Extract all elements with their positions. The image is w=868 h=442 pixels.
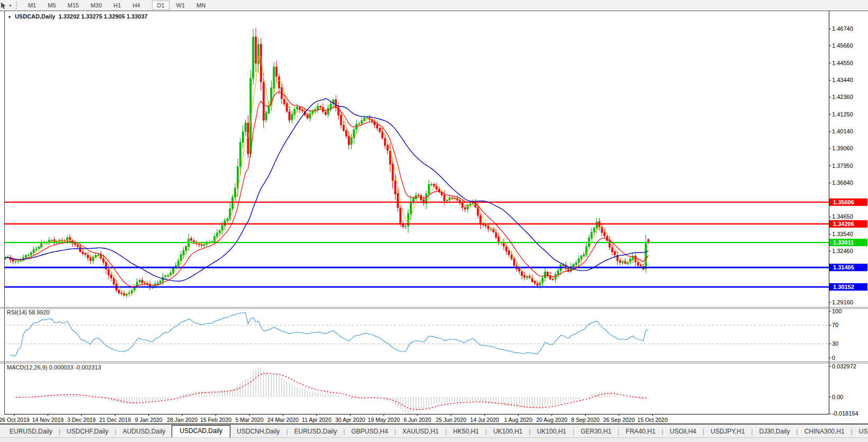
candle-body	[191, 239, 192, 240]
candle-body	[90, 258, 91, 260]
symbol-tab-fra40-h1[interactable]: FRA40,H1	[620, 426, 662, 437]
candle-body	[397, 194, 399, 208]
level-price-tag-label: 1.30152	[833, 284, 854, 290]
symbol-tab-usoil-h4[interactable]: USOil,H4	[664, 426, 703, 437]
price-tick-label: 1.44550	[832, 60, 853, 66]
price-chart-canvas[interactable]: 1.467401.456601.445501.434401.423601.412…	[0, 11, 868, 423]
timeframe-button-m30[interactable]: M30	[86, 1, 106, 10]
candle-body	[15, 261, 16, 262]
candle-body	[343, 125, 344, 131]
symbol-tab-eurusd-daily[interactable]: EURUSD,Daily	[3, 426, 59, 437]
timeframe-button-m15[interactable]: M15	[63, 1, 84, 10]
symbol-tab-audusd-daily[interactable]: AUDUSD,Daily	[117, 426, 172, 437]
candle-body	[157, 283, 158, 284]
timeframe-button-m1[interactable]: M1	[23, 1, 41, 10]
symbol-tab-xauusd-h1[interactable]: XAUUSD,H1	[396, 426, 445, 437]
timeframe-button-d1[interactable]: D1	[152, 1, 169, 10]
candle-body	[640, 265, 641, 266]
candle-body	[159, 281, 161, 283]
candle-body	[165, 276, 166, 277]
symbol-tab-hk50-h1[interactable]: HK50,H1	[447, 426, 486, 437]
candle-body	[583, 255, 585, 256]
candle-body	[330, 104, 332, 108]
candle-body	[319, 106, 321, 107]
candle-body	[185, 246, 187, 250]
candle-body	[66, 238, 68, 241]
date-tick-label: 21 Dec 2019	[100, 417, 131, 423]
candle-body	[363, 118, 365, 121]
price-tick-label: 1.46740	[832, 25, 853, 32]
candle-body	[224, 221, 226, 225]
candle-body	[575, 263, 577, 264]
date-tick-label: 20 Aug 2020	[536, 417, 567, 423]
symbol-tab-gbpusd-h4[interactable]: GBPUSD,H4	[345, 426, 394, 437]
timeframe-button-h1[interactable]: H1	[109, 1, 126, 10]
candle-body	[239, 142, 241, 167]
timeframe-button-w1[interactable]: W1	[172, 1, 190, 10]
candle-body	[278, 77, 280, 88]
timeframe-button-m5[interactable]: M5	[43, 1, 60, 10]
timeframe-button-h4[interactable]: H4	[128, 1, 145, 10]
symbol-tab-uk100-h1[interactable]: UK100,H1	[531, 426, 572, 437]
symbol-tab-uk100-h1[interactable]: UK100,H1	[487, 426, 529, 437]
candle-body	[97, 255, 99, 255]
candle-body	[400, 208, 401, 224]
crosshair-tool-icon[interactable]	[0, 2, 7, 9]
date-tick-label: 14 Nov 2019	[32, 417, 64, 423]
symbol-tab-dj30-daily[interactable]: DJ30,Daily	[753, 426, 796, 437]
candle-body	[361, 121, 362, 124]
candle-body	[645, 243, 647, 269]
candle-body	[348, 136, 350, 145]
candle-body	[526, 276, 528, 277]
symbol-tab-usdchf-daily[interactable]: USDCHF,Daily	[60, 426, 115, 437]
date-tick-label: 26 Oct 2019	[0, 417, 30, 423]
price-tick-label: 1.42360	[832, 94, 853, 100]
candle-body	[356, 124, 357, 129]
candle-body	[297, 107, 298, 109]
candle-body	[622, 261, 623, 263]
candle-body	[511, 255, 512, 259]
candle-body	[242, 132, 244, 142]
rsi-tick-label: 70	[832, 322, 838, 328]
slow-ma-line	[5, 98, 648, 281]
candle-body	[289, 112, 290, 120]
chevron-down-icon[interactable]: ▼	[8, 4, 12, 7]
candle-body	[544, 272, 546, 278]
symbol-tab-china300-h1[interactable]: CHINA300,H1	[798, 426, 851, 437]
candle-body	[253, 37, 254, 78]
date-tick-label: 6 Jun 2020	[404, 417, 431, 423]
candle-body	[604, 232, 605, 236]
candle-body	[103, 258, 104, 262]
candle-body	[552, 279, 553, 280]
candle-body	[498, 237, 499, 242]
candle-body	[180, 255, 182, 260]
symbol-tab-eurusd-daily[interactable]: EURUSD,Daily	[288, 426, 343, 437]
cursor-tool-group: ▼	[1, 2, 22, 9]
candle-body	[245, 123, 246, 132]
toolbar-grip	[16, 2, 19, 9]
candle-body	[485, 225, 487, 226]
candle-body	[451, 198, 453, 199]
candle-body	[227, 219, 228, 220]
candle-body	[379, 129, 381, 132]
candle-body	[410, 202, 411, 213]
candle-body	[85, 254, 86, 255]
candle-body	[359, 124, 360, 124]
candle-body	[201, 245, 202, 246]
timeframe-button-mn[interactable]: MN	[192, 1, 210, 10]
level-price-tag-label: 1.35606	[833, 199, 854, 205]
candle-body	[580, 256, 582, 259]
symbol-tab-usdcnh-daily[interactable]: USDCNH,Daily	[230, 426, 286, 437]
candle-body	[609, 240, 611, 247]
symbol-tab-usoil-h1[interactable]: USOil,H1	[853, 426, 868, 437]
symbol-tab-usdcad-daily[interactable]: USDCAD,Daily	[172, 425, 230, 438]
candle-body	[596, 222, 597, 228]
macd-tick-label: 0.032972	[832, 363, 856, 369]
rsi-line	[11, 313, 649, 356]
candle-body	[232, 197, 234, 209]
price-tick-label: 1.41250	[832, 111, 853, 118]
candle-body	[38, 247, 40, 248]
symbol-tab-ger30-h1[interactable]: GER30,H1	[574, 426, 618, 437]
symbol-tab-usdjpy-h1[interactable]: USDJPY,H1	[704, 426, 751, 437]
candle-body	[611, 248, 613, 252]
